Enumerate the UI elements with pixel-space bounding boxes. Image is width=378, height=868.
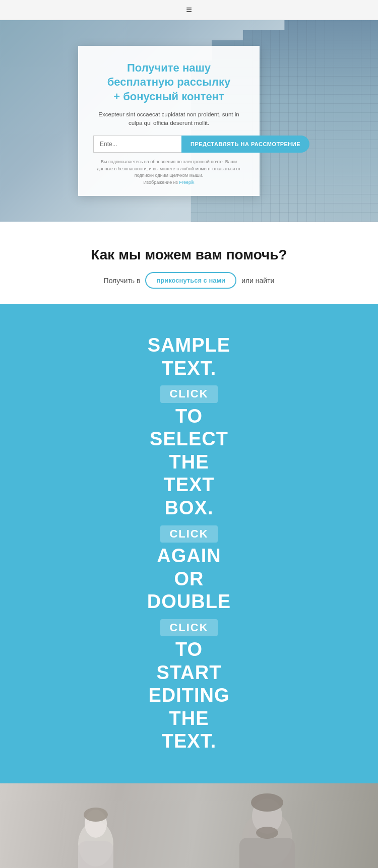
submit-button[interactable]: ПРЕДСТАВЛЯТЬ НА РАССМОТРЕНИЕ (181, 136, 309, 153)
sample-line-8: AGAIN (147, 545, 231, 568)
svg-point-8 (251, 793, 283, 812)
sample-line-7: BOX. (147, 497, 231, 520)
svg-rect-6 (239, 838, 295, 868)
hero-section: Получите нашу бесплатную рассылку + бону… (0, 20, 378, 222)
help-prefix: Получить в (104, 277, 141, 285)
sample-line-5: THE (147, 451, 231, 474)
sample-line-11: TO (147, 638, 231, 661)
header: ≡ (0, 0, 378, 20)
help-section: Как мы можем вам помочь? Получить в прик… (0, 222, 378, 304)
sample-line-15: TEXT. (147, 730, 231, 753)
sample-line-4: SELECT (147, 428, 231, 451)
svg-point-7 (256, 827, 278, 839)
contact-button[interactable]: прикоснуться с нами (145, 272, 236, 289)
sample-line-12: START (147, 661, 231, 685)
svg-point-3 (84, 808, 108, 822)
sample-line-1: SAMPLE (147, 334, 231, 357)
help-row: Получить в прикоснуться с нами или найти (10, 272, 368, 289)
click-label-1[interactable]: CLICK (160, 385, 217, 403)
sample-line-13: EDITING (147, 684, 231, 707)
freepik-link[interactable]: Freepik (179, 180, 194, 185)
click-label-3[interactable]: CLICK (160, 619, 217, 636)
photo-section (0, 783, 378, 868)
click-label-2[interactable]: CLICK (160, 525, 217, 543)
hero-card: Получите нашу бесплатную рассылку + бону… (78, 46, 260, 196)
sample-text-block[interactable]: SAMPLE TEXT. CLICK TO SELECT THE TEXT BO… (147, 334, 231, 753)
sample-line-2: TEXT. (147, 357, 231, 380)
image-credit-text: Изображение из (144, 180, 179, 185)
sample-line-10: DOUBLE (147, 590, 231, 614)
hero-disclaimer: Вы подписываетесь на обновления по элект… (93, 159, 244, 186)
svg-rect-2 (78, 841, 113, 868)
sample-line-6: TEXT (147, 474, 231, 497)
email-input[interactable] (93, 136, 181, 153)
hamburger-icon[interactable]: ≡ (186, 4, 192, 16)
sample-line-3: TO (147, 405, 231, 428)
sample-line-14: THE (147, 707, 231, 730)
sample-line-9: OR (147, 568, 231, 591)
help-heading: Как мы можем вам помочь? (10, 247, 368, 263)
help-suffix: или найти (241, 277, 274, 285)
blue-section[interactable]: SAMPLE TEXT. CLICK TO SELECT THE TEXT BO… (0, 304, 378, 783)
hero-subtitle: Excepteur sint occaecat cupidatat non pr… (93, 110, 244, 128)
hero-title: Получите нашу бесплатную рассылку + бону… (93, 61, 244, 104)
hero-form: ПРЕДСТАВЛЯТЬ НА РАССМОТРЕНИЕ (93, 136, 244, 153)
people-graphic (0, 783, 378, 868)
